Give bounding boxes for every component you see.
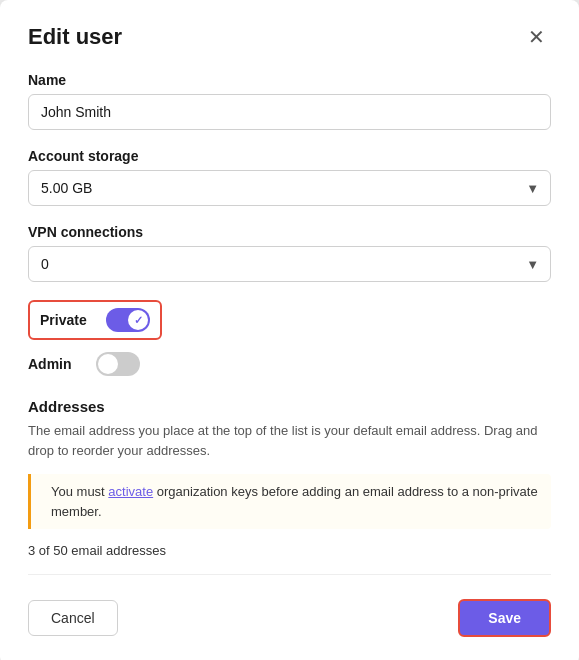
admin-label: Admin	[28, 356, 84, 372]
storage-field-group: Account storage 5.00 GB 1.00 GB 2.00 GB …	[28, 148, 551, 206]
admin-toggle-row: Admin	[28, 352, 551, 376]
vpn-field-group: VPN connections 0 1 2 5 10 ▼	[28, 224, 551, 282]
addresses-section: Addresses The email address you place at…	[28, 398, 551, 558]
private-highlight-box: Private ✓	[28, 300, 162, 340]
private-toggle-thumb: ✓	[128, 310, 148, 330]
edit-user-modal: Edit user ✕ Name Account storage 5.00 GB…	[0, 0, 579, 660]
modal-header: Edit user ✕	[28, 24, 551, 50]
activate-link[interactable]: activate	[108, 484, 153, 499]
admin-toggle-thumb	[98, 354, 118, 374]
name-label: Name	[28, 72, 551, 88]
admin-toggle[interactable]	[96, 352, 140, 376]
addresses-title: Addresses	[28, 398, 551, 415]
addresses-description: The email address you place at the top o…	[28, 421, 551, 460]
private-toggle-row: Private ✓	[28, 300, 551, 340]
private-label: Private	[40, 312, 96, 328]
cancel-button[interactable]: Cancel	[28, 600, 118, 636]
name-field-group: Name	[28, 72, 551, 130]
private-toggle[interactable]: ✓	[106, 308, 150, 332]
private-toggle-track: ✓	[106, 308, 150, 332]
vpn-label: VPN connections	[28, 224, 551, 240]
warning-text: You must activate organization keys befo…	[51, 482, 541, 521]
private-toggle-check-icon: ✓	[134, 314, 143, 327]
storage-label: Account storage	[28, 148, 551, 164]
warning-text-before: You must	[51, 484, 108, 499]
modal-title: Edit user	[28, 24, 122, 50]
email-count: 3 of 50 email addresses	[28, 543, 551, 558]
storage-select-wrapper: 5.00 GB 1.00 GB 2.00 GB 10.00 GB 20.00 G…	[28, 170, 551, 206]
warning-box: You must activate organization keys befo…	[28, 474, 551, 529]
vpn-select[interactable]: 0 1 2 5 10	[28, 246, 551, 282]
close-button[interactable]: ✕	[522, 25, 551, 49]
vpn-select-wrapper: 0 1 2 5 10 ▼	[28, 246, 551, 282]
storage-select[interactable]: 5.00 GB 1.00 GB 2.00 GB 10.00 GB 20.00 G…	[28, 170, 551, 206]
admin-toggle-track	[96, 352, 140, 376]
save-button[interactable]: Save	[458, 599, 551, 637]
name-input[interactable]	[28, 94, 551, 130]
modal-footer: Cancel Save	[28, 574, 551, 637]
